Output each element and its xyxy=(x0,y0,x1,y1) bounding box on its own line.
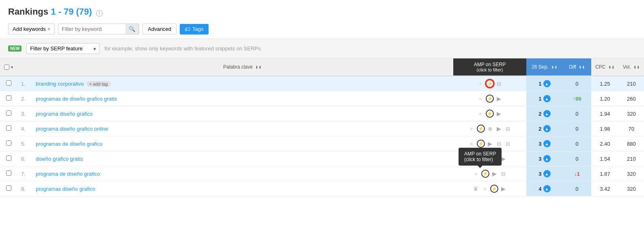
header-cpc-col[interactable]: CPC ⬆⬇ xyxy=(591,58,619,76)
image-icon[interactable]: ⊟ xyxy=(495,80,503,87)
diff-value: 0 xyxy=(575,141,578,147)
table-row: 2.programas de diseño grafico gratis★⚡▶1… xyxy=(0,91,644,106)
video-icon[interactable]: ▶ xyxy=(495,95,503,102)
add-keywords-label: Add keywords xyxy=(13,26,46,32)
header-vol-col[interactable]: Vol. ⬆⬇ xyxy=(619,58,644,76)
amp-tooltip: AMP on SERP (click to filter) xyxy=(459,148,502,166)
row-checkbox[interactable] xyxy=(6,125,11,131)
star-icon[interactable]: ★ xyxy=(477,110,484,117)
vol-sort-icon[interactable]: ⬆⬇ xyxy=(633,65,640,69)
keyword-link[interactable]: programa de diseño grafico xyxy=(36,171,100,177)
header-keyword-col[interactable]: Palabra clave ⬆⬇ xyxy=(32,58,453,76)
info-icon[interactable]: i xyxy=(96,10,103,17)
amp-icon[interactable]: ⚡ xyxy=(477,140,485,148)
sep-sort-icon[interactable]: ⬆⬇ xyxy=(551,65,558,69)
table-header-row: ▾ Palabra clave ⬆⬇ AMP on SERP (click to… xyxy=(0,58,644,76)
image-icon[interactable]: ⊟ xyxy=(504,125,512,132)
keyword-link[interactable]: diseño grafico gratis xyxy=(36,156,83,162)
header-diff-col[interactable]: Diff ⬆⬇ xyxy=(563,58,591,76)
table-row: 5.programas de diseño grafico★⚡▶⊟⊟3▲02.4… xyxy=(0,136,644,151)
keyword-link[interactable]: branding corporativo xyxy=(36,81,84,87)
amp-icon[interactable]: ⚡ xyxy=(486,110,494,118)
rank-value: 1 xyxy=(538,81,541,87)
row-num: 7. xyxy=(17,166,32,181)
star-icon[interactable]: ★ xyxy=(472,170,480,177)
rank-cell: 2▲ xyxy=(526,121,563,136)
filter-bar: NEW Filter by SERP feature Featured Snip… xyxy=(0,39,644,58)
amp-icon[interactable]: ⚡ xyxy=(481,170,489,178)
row-checkbox[interactable] xyxy=(6,155,11,161)
serp-select-wrap: Filter by SERP feature Featured Snippet … xyxy=(26,43,99,54)
plus-icon: + xyxy=(47,26,51,32)
keyword-col-label: Palabra clave xyxy=(223,64,253,70)
rank-arrow-icon: ▲ xyxy=(543,110,551,117)
star-icon[interactable]: ★ xyxy=(468,125,475,132)
row-checkbox-cell xyxy=(0,91,17,106)
crown-icon[interactable]: ♛ xyxy=(472,185,480,192)
row-keyword-cell: programas diseño grafico xyxy=(32,181,453,196)
add-tag-button[interactable]: + add tag xyxy=(86,81,111,87)
serp-col-label: AMP on SERP xyxy=(457,62,522,67)
video-icon[interactable]: ▶ xyxy=(487,140,494,147)
cpc-col-label: CPC xyxy=(595,64,605,70)
image-icon[interactable]: ⊟ xyxy=(500,170,507,177)
diff-cell: ↑99 xyxy=(563,91,591,106)
cpc-sort-icon[interactable]: ⬆⬇ xyxy=(608,65,615,69)
star-icon[interactable]: ★ xyxy=(481,185,489,192)
amp-highlighted-icon[interactable]: ⚡ xyxy=(486,80,494,88)
range-text: 1 - 79 xyxy=(51,6,73,17)
keyword-link[interactable]: programas de diseño grafico gratis xyxy=(36,96,117,102)
star-icon[interactable]: ★ xyxy=(468,140,475,147)
row-checkbox-cell xyxy=(0,76,17,91)
extra-icon[interactable]: ⊟ xyxy=(504,140,512,147)
video-icon[interactable]: ▶ xyxy=(495,110,503,117)
rank-value: 2 xyxy=(538,126,541,132)
keyword-link[interactable]: programas de diseño grafico xyxy=(36,141,103,147)
row-checkbox[interactable] xyxy=(6,80,11,86)
search-button[interactable]: 🔍 xyxy=(125,24,139,34)
row-keyword-cell: programas de diseño grafico xyxy=(32,136,453,151)
serp-icons-cell: ★⚡▶ xyxy=(453,106,526,121)
header-sort-down-icon[interactable]: ▾ xyxy=(11,65,13,69)
rank-cell: 1▲ xyxy=(526,76,563,91)
row-num: 6. xyxy=(17,151,32,166)
diff-up-value: ↑99 xyxy=(573,96,581,102)
video-icon[interactable]: ▶ xyxy=(495,125,503,132)
row-checkbox[interactable] xyxy=(6,140,11,146)
rank-arrow-icon: ▲ xyxy=(543,80,551,87)
image-icon[interactable]: ⊟ xyxy=(495,140,503,147)
row-checkbox[interactable] xyxy=(6,110,11,116)
row-checkbox[interactable] xyxy=(6,185,11,191)
select-all-checkbox[interactable] xyxy=(4,65,9,70)
header-sep-col[interactable]: 26 Sep. ⬆⬇ xyxy=(526,58,563,76)
link-icon[interactable]: ⊗ xyxy=(487,125,494,132)
keyword-sort-icon[interactable]: ⬆⬇ xyxy=(255,65,262,69)
advanced-label: Advanced xyxy=(148,26,171,32)
vol-col-label: Vol. xyxy=(623,64,631,70)
row-checkbox[interactable] xyxy=(6,170,11,176)
amp-icon[interactable]: ⚡ xyxy=(477,125,485,133)
keyword-link[interactable]: programas diseño grafico xyxy=(36,186,95,192)
advanced-button[interactable]: Advanced xyxy=(142,24,177,34)
serp-feature-select[interactable]: Filter by SERP feature Featured Snippet … xyxy=(26,43,99,54)
star-icon[interactable]: ★ xyxy=(477,95,484,102)
video-icon[interactable]: ▶ xyxy=(491,170,498,177)
row-checkbox[interactable] xyxy=(6,95,11,101)
header-serp-col[interactable]: AMP on SERP (click to filter) xyxy=(453,58,526,76)
video-icon[interactable]: ▶ xyxy=(500,185,507,192)
table-row: 1.branding corporativo+ add tag★⚡⊟1▲01.2… xyxy=(0,76,644,91)
tags-label: Tags xyxy=(192,26,203,32)
amp-icon[interactable]: ⚡ xyxy=(490,185,498,193)
table-row: 7.programa de diseño grafico★⚡▶⊟3▲↓11.87… xyxy=(0,166,644,181)
row-num: 5. xyxy=(17,136,32,151)
diff-sort-icon[interactable]: ⬆⬇ xyxy=(579,65,585,69)
rank-value: 2 xyxy=(538,111,541,117)
amp-icon[interactable]: ⚡ xyxy=(486,95,494,103)
keyword-link[interactable]: programa diseño grafico xyxy=(36,111,93,117)
tags-button[interactable]: 🏷 Tags xyxy=(180,24,208,34)
star-icon[interactable]: ★ xyxy=(477,80,484,87)
table-row: 3.programa diseño grafico★⚡▶2▲01.94320 xyxy=(0,106,644,121)
add-keywords-button[interactable]: Add keywords + xyxy=(8,24,55,34)
diff-cell: 0 xyxy=(563,121,591,136)
keyword-link[interactable]: programa diseño grafico online xyxy=(36,126,108,132)
